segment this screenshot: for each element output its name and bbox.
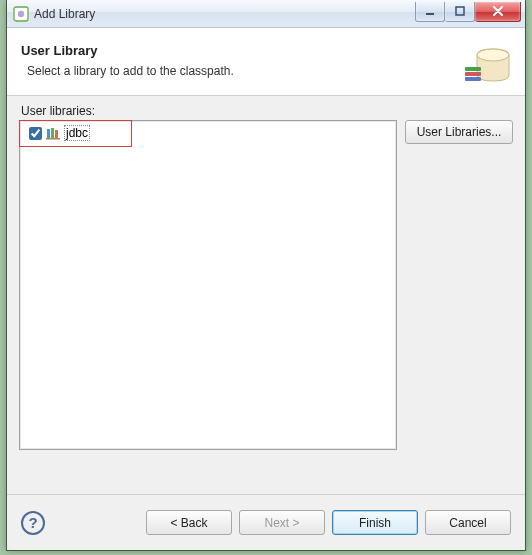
close-button[interactable] xyxy=(475,2,521,22)
svg-rect-8 xyxy=(465,77,481,81)
svg-rect-3 xyxy=(456,7,464,15)
page-description: Select a library to add to the classpath… xyxy=(27,64,451,78)
header-pane: User Library Select a library to add to … xyxy=(7,28,525,96)
cancel-button[interactable]: Cancel xyxy=(425,510,511,535)
svg-point-5 xyxy=(477,49,509,61)
svg-rect-10 xyxy=(51,128,54,138)
footer-bar: ? < Back Next > Finish Cancel xyxy=(7,494,525,550)
next-button: Next > xyxy=(239,510,325,535)
svg-rect-7 xyxy=(465,72,481,76)
app-icon xyxy=(13,6,29,22)
help-button[interactable]: ? xyxy=(21,511,45,535)
help-icon: ? xyxy=(28,514,37,531)
svg-rect-9 xyxy=(47,129,50,138)
user-libraries-list[interactable]: jdbc xyxy=(19,120,397,450)
svg-rect-11 xyxy=(55,130,58,138)
minimize-button[interactable] xyxy=(415,2,445,22)
dialog-window: Add Library User Library Select a librar… xyxy=(6,0,526,551)
body-pane: User libraries: jdbc xyxy=(7,96,525,454)
title-bar[interactable]: Add Library xyxy=(7,0,525,28)
finish-button[interactable]: Finish xyxy=(332,510,418,535)
maximize-button[interactable] xyxy=(445,2,475,22)
svg-rect-6 xyxy=(465,67,481,71)
header-art-icon xyxy=(459,35,511,87)
library-name: jdbc xyxy=(64,125,90,141)
library-icon xyxy=(46,125,62,141)
list-item[interactable]: jdbc xyxy=(23,124,393,142)
window-title: Add Library xyxy=(34,7,415,21)
back-button[interactable]: < Back xyxy=(146,510,232,535)
svg-point-1 xyxy=(18,10,24,16)
list-label: User libraries: xyxy=(21,104,513,118)
window-controls xyxy=(415,2,521,22)
user-libraries-button[interactable]: User Libraries... xyxy=(405,120,513,144)
svg-rect-2 xyxy=(426,13,434,15)
page-title: User Library xyxy=(21,43,451,58)
svg-rect-12 xyxy=(46,138,60,140)
library-checkbox[interactable] xyxy=(29,127,42,140)
